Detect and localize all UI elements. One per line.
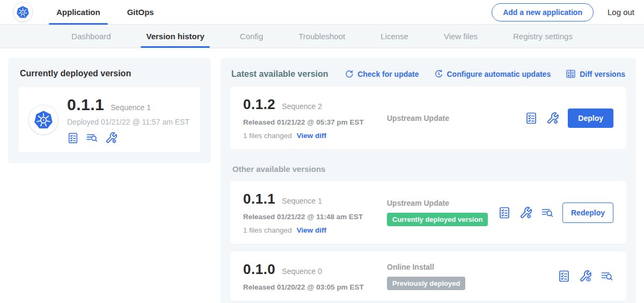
edit-config-icon[interactable] — [546, 112, 559, 125]
refresh-icon — [345, 69, 354, 78]
main-content: Currently deployed version 0.1.1 Sequenc… — [0, 48, 644, 303]
preflight-checks-icon[interactable] — [558, 270, 570, 283]
files-changed-label: 1 files changed — [243, 132, 292, 140]
previously-deployed-badge: Previously deployed — [387, 277, 465, 290]
view-diff-link[interactable]: View diff — [297, 132, 326, 140]
view-logs-icon[interactable] — [601, 270, 613, 283]
add-application-button[interactable]: Add a new application — [492, 3, 594, 21]
version-source: Upstream Update Currently deployed versi… — [376, 199, 498, 226]
diff-versions-label: Diff versions — [580, 70, 625, 78]
nav-tab-application-label: Application — [56, 8, 100, 17]
top-navbar: Application GitOps Add a new application… — [0, 0, 644, 25]
deploy-button[interactable]: Deploy — [568, 109, 613, 128]
app-subnav: Dashboard Version history Config Trouble… — [0, 25, 644, 48]
version-card-0-1-2: 0.1.2 Sequence 2 Released 01/21/22 @ 05:… — [230, 86, 626, 149]
version-number: 0.1.0 — [243, 261, 275, 278]
latest-version-title: Latest available version — [231, 69, 328, 79]
latest-version-header: Latest available version Check for updat… — [230, 68, 626, 79]
preflight-checks-icon[interactable] — [67, 132, 79, 144]
diff-icon — [566, 69, 576, 79]
released-timestamp: Released 01/20/22 @ 03:05 pm EST — [243, 283, 376, 291]
source-label: Upstream Update — [387, 114, 525, 122]
configure-automatic-updates-link[interactable]: Configure automatic updates — [434, 69, 551, 79]
tab-troubleshoot-label: Troubleshoot — [298, 32, 345, 41]
version-card-0-1-0: 0.1.0 Sequence 0 Released 01/20/22 @ 03:… — [230, 251, 626, 301]
tab-version-history-label: Version history — [146, 32, 204, 41]
tab-registry-settings-label: Registry settings — [513, 32, 573, 41]
edit-config-icon[interactable] — [519, 206, 532, 219]
currently-deployed-title: Currently deployed version — [20, 69, 200, 78]
edit-config-icon[interactable] — [105, 132, 118, 144]
version-number: 0.1.1 — [243, 191, 275, 207]
tab-troubleshoot[interactable]: Troubleshoot — [296, 25, 347, 48]
preflight-checks-icon[interactable] — [525, 112, 538, 125]
view-config-icon[interactable] — [579, 270, 592, 283]
currently-deployed-badge: Currently deployed version — [387, 213, 488, 226]
nav-tab-gitops[interactable]: GitOps — [120, 0, 162, 24]
deployed-sequence-label: Sequence 1 — [111, 103, 151, 112]
other-versions-title: Other available versions — [232, 164, 626, 174]
version-number: 0.1.2 — [243, 96, 275, 113]
source-label: Online Install — [387, 263, 558, 271]
logout-link[interactable]: Log out — [608, 8, 634, 17]
sequence-label: Sequence 0 — [282, 267, 322, 276]
view-diff-link[interactable]: View diff — [297, 226, 326, 234]
version-history-panel: Latest available version Check for updat… — [221, 58, 636, 303]
deployed-version-number: 0.1.1 — [67, 96, 104, 114]
check-for-update-link[interactable]: Check for update — [345, 69, 419, 79]
deployed-card-body: 0.1.1 Sequence 1 Deployed 01/21/22 @ 11:… — [67, 96, 189, 144]
tab-dashboard-label: Dashboard — [71, 32, 111, 41]
released-timestamp: Released 01/21/22 @ 05:37 pm EST — [243, 118, 376, 126]
diff-versions-link[interactable]: Diff versions — [566, 69, 625, 79]
tab-license-label: License — [380, 32, 408, 41]
redeploy-button[interactable]: Redeploy — [562, 203, 613, 223]
deployed-timestamp: Deployed 01/21/22 @ 11:57 am EST — [67, 118, 189, 126]
check-for-update-label: Check for update — [357, 70, 419, 78]
view-logs-icon[interactable] — [86, 132, 98, 144]
version-info: 0.1.1 Sequence 1 Released 01/21/22 @ 11:… — [243, 191, 376, 234]
files-changed-label: 1 files changed — [243, 226, 292, 234]
released-timestamp: Released 01/21/22 @ 11:48 am EST — [243, 213, 376, 221]
preflight-checks-icon[interactable] — [498, 206, 511, 219]
kubernetes-logo — [13, 2, 33, 22]
version-actions — [558, 270, 613, 283]
tab-license[interactable]: License — [378, 25, 411, 48]
view-logs-icon[interactable] — [541, 206, 554, 219]
version-actions: Check for update Configure automatic upd… — [345, 69, 625, 79]
app-nav-tabs: Application GitOps — [49, 0, 173, 24]
source-label: Upstream Update — [387, 199, 498, 207]
tab-registry-settings[interactable]: Registry settings — [511, 25, 575, 48]
auto-update-icon — [434, 69, 443, 78]
tab-view-files-label: View files — [444, 32, 478, 41]
tab-view-files[interactable]: View files — [442, 25, 480, 48]
tab-config[interactable]: Config — [238, 25, 265, 48]
version-actions: Deploy — [525, 109, 613, 128]
tab-dashboard[interactable]: Dashboard — [69, 25, 113, 48]
sequence-label: Sequence 2 — [282, 102, 322, 111]
nav-tab-gitops-label: GitOps — [127, 8, 154, 17]
currently-deployed-card: 0.1.1 Sequence 1 Deployed 01/21/22 @ 11:… — [19, 87, 200, 153]
version-card-0-1-1: 0.1.1 Sequence 1 Released 01/21/22 @ 11:… — [230, 181, 626, 244]
currently-deployed-panel: Currently deployed version 0.1.1 Sequenc… — [8, 58, 211, 163]
nav-tab-application[interactable]: Application — [49, 0, 108, 24]
tab-config-label: Config — [240, 32, 263, 41]
version-info: 0.1.2 Sequence 2 Released 01/21/22 @ 05:… — [243, 96, 376, 140]
version-info: 0.1.0 Sequence 0 Released 01/20/22 @ 03:… — [243, 261, 376, 291]
navbar-right: Add a new application Log out — [492, 0, 634, 24]
configure-automatic-updates-label: Configure automatic updates — [447, 70, 551, 78]
version-source: Online Install Previously deployed — [376, 263, 558, 290]
app-logo-kubernetes-icon — [28, 105, 58, 135]
tab-version-history[interactable]: Version history — [144, 25, 206, 48]
sequence-label: Sequence 1 — [282, 197, 322, 205]
version-actions: Redeploy — [498, 203, 613, 223]
version-source: Upstream Update — [376, 114, 525, 122]
